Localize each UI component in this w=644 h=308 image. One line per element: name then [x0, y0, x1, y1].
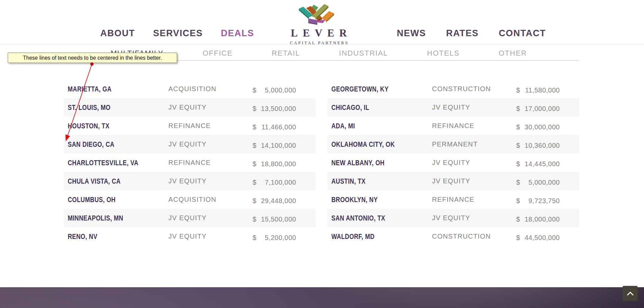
- deal-amount: $15,500,000: [253, 215, 296, 223]
- logo[interactable]: LEVER CAPITAL PARTNERS: [286, 4, 352, 46]
- chevron-up-icon: [627, 291, 634, 296]
- dollar-sign: $: [253, 197, 257, 205]
- footer: [0, 287, 644, 308]
- deal-amount: $5,000,000: [516, 179, 560, 186]
- logo-tagline: CAPITAL PARTNERS: [286, 40, 353, 46]
- deal-amount: $10,360,000: [516, 142, 560, 149]
- deal-row: SAN ANTONIO, TXJV EQUITY$18,000,000: [327, 209, 579, 227]
- scroll-to-top-button[interactable]: [623, 286, 638, 301]
- dollar-sign: $: [516, 160, 520, 168]
- deal-type: JV EQUITY: [168, 140, 253, 148]
- deal-type: JV EQUITY: [432, 214, 516, 222]
- deal-type: REFINANCE: [432, 196, 516, 203]
- deal-row: RENO, NVJV EQUITY$5,200,000: [64, 227, 316, 246]
- deal-amount: $5,000,000: [253, 86, 296, 94]
- nav-item-deals[interactable]: DEALS: [221, 28, 254, 39]
- deal-type: JV EQUITY: [168, 233, 253, 240]
- deals-column-right: GEORGETOWN, KYCONSTRUCTION$11,580,000CHI…: [327, 80, 579, 246]
- deal-row: ST. LOUIS, MOJV EQUITY$13,500,000: [64, 98, 316, 117]
- tab-hotels[interactable]: HOTELS: [427, 49, 460, 58]
- tab-retail[interactable]: RETAIL: [272, 49, 300, 58]
- deal-city: SAN DIEGO, CA: [68, 140, 148, 149]
- deal-amount: $29,448,000: [253, 197, 296, 205]
- logo-mark-icon: [299, 4, 339, 25]
- nav-item-services[interactable]: SERVICES: [153, 28, 203, 39]
- deal-amount-value: 10,360,000: [525, 142, 560, 149]
- deal-type: JV EQUITY: [432, 177, 516, 185]
- deal-amount-value: 15,500,000: [261, 215, 296, 223]
- nav-right: NEWSRATESCONTACT: [397, 28, 546, 39]
- nav-item-news[interactable]: NEWS: [397, 28, 426, 39]
- deal-type: ACQUISITION: [168, 85, 253, 93]
- nav-item-contact[interactable]: CONTACT: [499, 28, 546, 39]
- dollar-sign: $: [516, 215, 520, 223]
- deal-city: CHULA VISTA, CA: [68, 177, 148, 186]
- dollar-sign: $: [253, 142, 257, 149]
- deal-amount: $44,500,000: [516, 234, 560, 242]
- tab-industrial[interactable]: INDUSTRIAL: [339, 49, 388, 58]
- dollar-sign: $: [253, 160, 257, 168]
- deal-amount-value: 5,200,000: [265, 234, 296, 242]
- annotation-note: These lines of text needs to be centered…: [8, 53, 177, 63]
- deal-row: AUSTIN, TXJV EQUITY$5,000,000: [327, 172, 579, 190]
- deal-row: NEW ALBANY, OHJV EQUITY$14,445,000: [327, 153, 579, 172]
- dollar-sign: $: [253, 234, 257, 242]
- deal-city: ADA, MI: [331, 122, 412, 130]
- deal-type: CONSTRUCTION: [432, 85, 516, 93]
- deal-city: CHARLOTTESVILLE, VA: [68, 159, 148, 167]
- deal-row: COLUMBUS, OHACQUISITION$29,448,000: [64, 190, 316, 209]
- dollar-sign: $: [253, 123, 257, 131]
- deal-type: REFINANCE: [432, 122, 516, 130]
- page: ABOUTSERVICESDEALS LEVER CAPITAL PARTNER…: [0, 0, 644, 308]
- deal-type: CONSTRUCTION: [432, 233, 516, 240]
- deal-amount-value: 18,000,000: [525, 215, 560, 223]
- deal-type: JV EQUITY: [168, 214, 253, 222]
- tab-office[interactable]: OFFICE: [203, 49, 233, 58]
- dollar-sign: $: [516, 234, 520, 242]
- nav-item-rates[interactable]: RATES: [446, 28, 479, 39]
- deal-row: MINNEAPOLIS, MNJV EQUITY$15,500,000: [64, 209, 316, 227]
- deal-amount: $18,000,000: [516, 215, 560, 223]
- deal-amount-value: 5,000,000: [265, 86, 296, 94]
- deal-amount-value: 18,800,000: [261, 160, 296, 168]
- deal-city: RENO, NV: [68, 232, 148, 241]
- deal-amount: $11,580,000: [516, 86, 560, 94]
- dollar-sign: $: [516, 123, 520, 131]
- deal-city: SAN ANTONIO, TX: [331, 214, 412, 223]
- deal-amount-value: 14,100,000: [261, 142, 296, 149]
- deal-type: ACQUISITION: [168, 196, 253, 203]
- deal-city: MINNEAPOLIS, MN: [68, 214, 148, 223]
- deal-row: MARIETTA, GAACQUISITION$5,000,000: [64, 80, 316, 98]
- deal-type: JV EQUITY: [432, 104, 516, 111]
- deal-row: GEORGETOWN, KYCONSTRUCTION$11,580,000: [327, 80, 579, 98]
- deal-city: GEORGETOWN, KY: [331, 85, 412, 94]
- deal-type: REFINANCE: [168, 159, 253, 167]
- deal-type: PERMANENT: [432, 140, 516, 148]
- deal-amount: $18,800,000: [253, 160, 296, 168]
- deal-amount: $13,500,000: [253, 105, 296, 113]
- dollar-sign: $: [516, 197, 520, 205]
- deal-amount-value: 13,500,000: [261, 105, 296, 113]
- deal-amount-value: 29,448,000: [261, 197, 296, 205]
- deal-city: MARIETTA, GA: [68, 85, 148, 94]
- nav-item-about[interactable]: ABOUT: [100, 28, 135, 39]
- deal-amount: $11,466,000: [253, 123, 296, 131]
- deal-city: BROOKLYN, NY: [331, 195, 412, 204]
- deal-row: CHICAGO, ILJV EQUITY$17,000,000: [327, 98, 579, 117]
- deals-column-left: MARIETTA, GAACQUISITION$5,000,000ST. LOU…: [64, 80, 316, 246]
- deal-amount: $14,100,000: [253, 142, 296, 149]
- deal-city: NEW ALBANY, OH: [331, 159, 412, 167]
- dollar-sign: $: [253, 179, 257, 186]
- deal-city: HOUSTON, TX: [68, 122, 148, 130]
- dollar-sign: $: [253, 105, 257, 113]
- deal-amount-value: 11,466,000: [261, 123, 296, 131]
- annotation-text: These lines of text needs to be centered…: [23, 55, 162, 61]
- deal-city: ST. LOUIS, MO: [68, 103, 148, 112]
- tab-other[interactable]: OTHER: [498, 49, 527, 58]
- deal-city: CHICAGO, IL: [331, 103, 412, 112]
- deal-amount: $30,000,000: [516, 123, 560, 131]
- deal-city: AUSTIN, TX: [331, 177, 412, 186]
- deal-amount-value: 17,000,000: [525, 105, 560, 113]
- deal-city: OKLAHOMA CITY, OK: [331, 140, 412, 149]
- deal-row: BROOKLYN, NYREFINANCE$9,723,750: [327, 190, 579, 209]
